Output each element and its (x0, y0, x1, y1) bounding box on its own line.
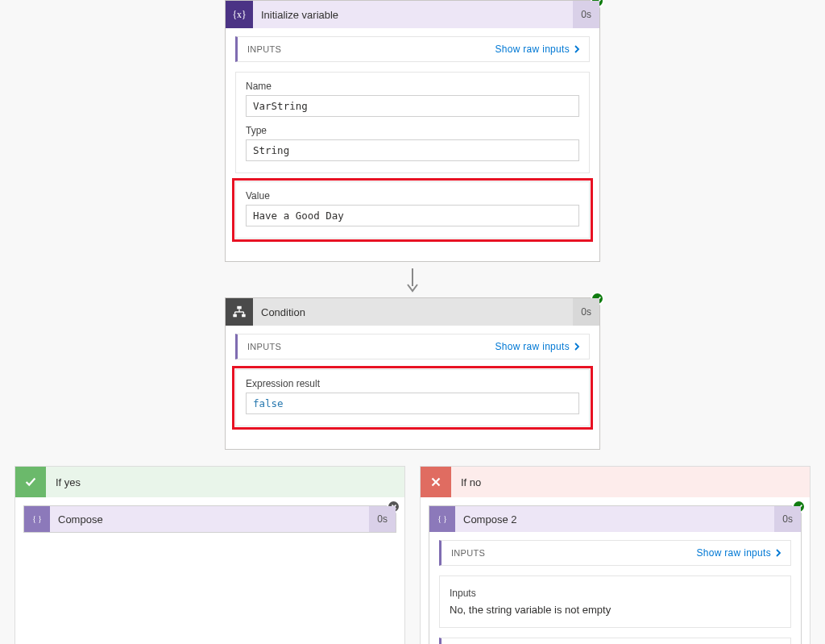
condition-icon (226, 298, 253, 326)
expression-result-value: false (246, 393, 579, 414)
inputs-box: Inputs No, the string variable is not em… (439, 575, 791, 628)
branch-title: If no (461, 476, 481, 488)
show-raw-inputs-link[interactable]: Show raw inputs (495, 44, 581, 55)
card-title: Compose (58, 513, 369, 526)
branch-no-header[interactable]: If no (421, 467, 810, 497)
compose-icon: { } (429, 506, 455, 532)
card-title: Initialize variable (261, 9, 573, 21)
branch-yes-header[interactable]: If yes (15, 467, 404, 497)
svg-rect-2 (237, 306, 241, 310)
card-title: Compose 2 (463, 513, 774, 526)
show-raw-inputs-link[interactable]: Show raw inputs (696, 547, 782, 559)
chevron-right-icon (573, 343, 581, 351)
duration-label: 0s (573, 298, 599, 326)
duration-label: 0s (774, 506, 801, 532)
inputs-section-header: INPUTS Show raw inputs (235, 36, 590, 62)
svg-rect-7 (233, 314, 237, 318)
branch-if-no: If no { } Compose 2 0s (420, 466, 810, 644)
duration-label: 0s (573, 1, 599, 28)
inputs-value: No, the string variable is not empty (450, 604, 781, 616)
expression-result-group: Expression result false (235, 369, 590, 426)
close-icon (421, 467, 451, 497)
condition-card[interactable]: Condition 0s INPUTS Show raw inputs Expr… (225, 297, 600, 450)
inputs-label: INPUTS (247, 44, 281, 54)
name-label: Name (246, 81, 579, 92)
duration-label: 0s (369, 506, 396, 532)
outputs-section-header: OUTPUTS Show raw outputs (439, 638, 791, 644)
value-value: Have a Good Day (246, 205, 579, 226)
compose2-card[interactable]: { } Compose 2 0s INPUTS Show raw inputs (429, 505, 802, 644)
check-icon (15, 467, 46, 497)
value-field-group: Value Have a Good Day (235, 181, 590, 239)
branch-if-yes: If yes { } Compose 0s (15, 466, 405, 644)
compose-card[interactable]: { } Compose 0s (23, 505, 396, 533)
svg-text:{ }: { } (437, 514, 447, 523)
svg-text:{ }: { } (32, 514, 42, 523)
expression-result-label: Expression result (246, 378, 579, 389)
inputs-label: INPUTS (247, 342, 281, 351)
variable-icon: {x} (226, 1, 253, 28)
svg-text:{x}: {x} (232, 10, 246, 20)
type-label: Type (246, 125, 579, 136)
compose-icon: { } (24, 506, 50, 532)
inputs-section-header: INPUTS Show raw inputs (439, 540, 791, 566)
inputs-field-label: Inputs (450, 588, 781, 599)
svg-rect-8 (242, 314, 246, 318)
branch-title: If yes (56, 476, 81, 488)
card-title: Condition (261, 306, 573, 318)
inputs-field-group: Name VarString Type String (235, 72, 590, 173)
type-value: String (246, 139, 579, 161)
value-label: Value (246, 190, 579, 202)
chevron-right-icon (573, 45, 581, 53)
initialize-variable-card[interactable]: {x} Initialize variable 0s INPUTS Show r… (225, 0, 600, 262)
chevron-right-icon (774, 549, 782, 557)
show-raw-inputs-link[interactable]: Show raw inputs (495, 341, 581, 352)
flow-connector-arrow-icon (0, 268, 825, 293)
name-value: VarString (246, 95, 579, 117)
inputs-label: INPUTS (451, 548, 485, 558)
inputs-section-header: INPUTS Show raw inputs (235, 334, 590, 359)
